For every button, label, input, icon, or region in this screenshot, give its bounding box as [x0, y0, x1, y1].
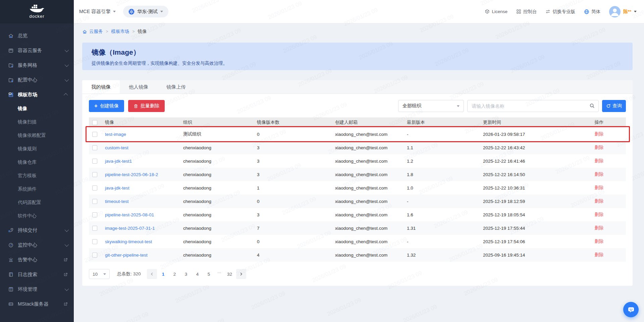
- next-page-button[interactable]: [236, 269, 246, 279]
- batch-delete-button[interactable]: 批量删除: [128, 100, 165, 112]
- org-filter-select[interactable]: 全部组织: [398, 100, 464, 112]
- sidebar-subitem[interactable]: 镜像规则: [0, 142, 74, 156]
- row-checkbox[interactable]: [92, 253, 97, 258]
- row-checkbox[interactable]: [92, 159, 97, 164]
- page-number-3[interactable]: 3: [181, 269, 191, 279]
- license-link[interactable]: License: [485, 9, 507, 14]
- row-checkbox[interactable]: [92, 239, 97, 244]
- breadcrumb-template-market[interactable]: 模板市场: [111, 29, 129, 35]
- breadcrumb-cloud-service[interactable]: 云服务: [82, 29, 103, 35]
- sidebar-item-continuous-delivery[interactable]: 持续交付: [0, 223, 74, 237]
- sidebar-subitem[interactable]: 代码源配置: [0, 196, 74, 209]
- globe-icon: [584, 9, 589, 14]
- image-name-link[interactable]: skywalking-timeout-test: [105, 239, 152, 244]
- sidebar-subitem[interactable]: 软件中心: [0, 209, 74, 223]
- tab-0[interactable]: 我的镜像: [82, 80, 120, 94]
- row-checkbox[interactable]: [92, 212, 97, 217]
- prev-page-button[interactable]: [147, 269, 157, 279]
- image-name-link[interactable]: pipeline-test-2025-08-01: [105, 212, 154, 217]
- page-numbers: 12345...32: [158, 269, 235, 279]
- page-number-32[interactable]: 32: [225, 269, 235, 279]
- create-image-button[interactable]: + 创建镜像: [89, 100, 124, 112]
- total-count-label: 总条数: 320: [117, 271, 141, 277]
- row-checkbox[interactable]: [92, 226, 97, 231]
- docker-logo[interactable]: docker: [0, 0, 74, 23]
- home-icon: [82, 29, 87, 34]
- delete-link[interactable]: 删除: [595, 225, 604, 230]
- sidebar-item-log-search[interactable]: 日志搜索: [0, 267, 74, 282]
- creator-email-cell: xiaodong_chen@test.com: [334, 154, 406, 168]
- row-checkbox[interactable]: [92, 145, 97, 150]
- page-number-5[interactable]: 5: [204, 269, 214, 279]
- product-name: MCE 容器引擎: [79, 8, 111, 15]
- breadcrumb-separator: >: [132, 29, 135, 34]
- sidebar-item-template-market[interactable]: 模板市场: [0, 87, 74, 102]
- image-name-link[interactable]: java-jdk-test1: [105, 159, 132, 164]
- image-name-link[interactable]: test-image: [105, 132, 126, 137]
- sidebar-item-config-center[interactable]: 配置中心: [0, 72, 74, 87]
- delete-link[interactable]: 删除: [595, 239, 604, 244]
- delete-link[interactable]: 删除: [595, 145, 604, 150]
- image-list-card: 我的镜像他人镜像镜像上传 + 创建镜像 批量删除 全: [82, 80, 633, 286]
- sidebar-subitem[interactable]: 系统插件: [0, 182, 74, 196]
- template-icon: [8, 92, 14, 98]
- latest-version-cell: -: [406, 235, 482, 248]
- trash-icon: [133, 104, 138, 109]
- page-number-2[interactable]: 2: [170, 269, 180, 279]
- cluster-switcher[interactable]: 华东-测试: [123, 6, 168, 17]
- chat-support-button[interactable]: [623, 302, 639, 317]
- chevron-down-icon: [65, 287, 69, 291]
- query-button[interactable]: 查询: [602, 100, 626, 112]
- page-number-4[interactable]: 4: [193, 269, 203, 279]
- row-checkbox[interactable]: [92, 185, 97, 191]
- tab-2[interactable]: 镜像上传: [157, 80, 195, 94]
- image-name-link[interactable]: custom-test: [105, 145, 128, 150]
- image-name-link[interactable]: git-other-pipeline-test: [105, 253, 148, 258]
- language-switcher[interactable]: 简体: [584, 9, 600, 15]
- sidebar-item-mstack-server[interactable]: MStack服务器: [0, 297, 74, 311]
- image-name-link[interactable]: pipeline-test-2025-06-18-2: [105, 172, 158, 177]
- row-checkbox[interactable]: [92, 132, 97, 137]
- image-name-link[interactable]: java-jdk-test: [105, 185, 129, 191]
- sidebar-subitem[interactable]: 镜像仓库: [0, 156, 74, 169]
- page-header-banner: 镜像（Image） 提供镜像的全生命周期管理，实现镜像构建、安全分发与高效治理。: [82, 43, 633, 70]
- tab-1[interactable]: 他人镜像: [120, 80, 157, 94]
- sidebar-item-env-manage[interactable]: 环境管理: [0, 282, 74, 297]
- sidebar-subitem[interactable]: 镜像: [0, 102, 74, 115]
- user-menu[interactable]: 陈**: [609, 6, 637, 17]
- sidebar-subitem[interactable]: 官方模板: [0, 169, 74, 182]
- creator-email-cell: xiaodong_chen@test.com: [334, 181, 406, 195]
- env-icon: [8, 286, 14, 292]
- sidebar-item-alert-center[interactable]: 告警中心: [0, 252, 74, 267]
- row-checkbox[interactable]: [92, 199, 97, 204]
- sidebar-item-overview[interactable]: 总览: [0, 28, 74, 43]
- image-name-link[interactable]: image-test-2025-07-31-1: [105, 226, 155, 231]
- search-input[interactable]: [467, 100, 599, 112]
- page-number-1[interactable]: 1: [158, 269, 168, 279]
- delete-link[interactable]: 删除: [595, 252, 604, 257]
- grid-icon: [516, 9, 521, 14]
- sidebar-subitem[interactable]: 镜像扫描: [0, 115, 74, 129]
- sidebar-item-monitor-center[interactable]: 监控中心: [0, 237, 74, 252]
- delete-link[interactable]: 删除: [595, 185, 604, 190]
- sidebar-subitem[interactable]: 镜像依赖配置: [0, 129, 74, 142]
- search-icon[interactable]: [589, 103, 595, 109]
- product-switcher[interactable]: MCE 容器引擎: [79, 8, 116, 15]
- sidebar-item-container-cloud[interactable]: 容器云服务: [0, 43, 74, 58]
- delete-link[interactable]: 删除: [595, 158, 604, 163]
- org-cell: chenxiaodong: [182, 168, 256, 181]
- switch-pro-link[interactable]: 切换专业版: [545, 9, 575, 15]
- console-link[interactable]: 控制台: [516, 9, 537, 15]
- sidebar-item-service-mesh[interactable]: 服务网格: [0, 58, 74, 72]
- kubernetes-icon: [128, 9, 135, 15]
- delete-link[interactable]: 删除: [595, 199, 604, 204]
- row-checkbox[interactable]: [92, 172, 97, 177]
- version-count-cell: 0: [256, 127, 334, 141]
- pagination: 10 总条数: 320 12345...32: [89, 269, 626, 279]
- page-size-select[interactable]: 10: [89, 269, 110, 279]
- image-name-link[interactable]: timeout-test: [105, 199, 129, 204]
- delete-link[interactable]: 删除: [595, 172, 604, 177]
- select-all-checkbox[interactable]: [92, 120, 97, 125]
- delete-link[interactable]: 删除: [595, 131, 604, 137]
- delete-link[interactable]: 删除: [595, 212, 604, 217]
